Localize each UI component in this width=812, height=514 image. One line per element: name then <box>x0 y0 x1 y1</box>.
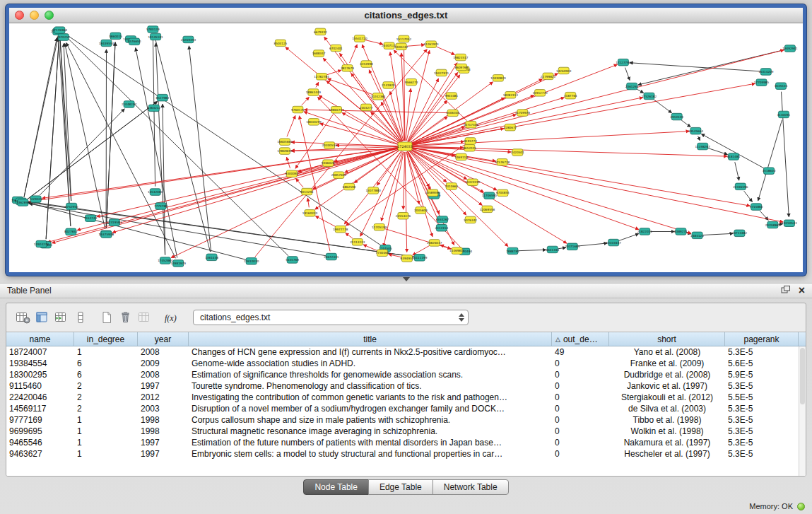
table-row[interactable]: 911546021997Tourette syndrome. Phenomeno… <box>6 380 806 392</box>
scrollbar-thumb[interactable] <box>800 348 805 404</box>
svg-text:8389271: 8389271 <box>674 230 688 233</box>
svg-text:15375908: 15375908 <box>99 233 114 236</box>
cell-year: 2003 <box>138 403 189 414</box>
svg-text:9652035: 9652035 <box>463 146 476 150</box>
svg-text:5780129: 5780129 <box>146 28 160 31</box>
svg-text:2045609: 2045609 <box>414 209 428 212</box>
svg-text:1553267: 1553267 <box>436 218 449 221</box>
svg-text:15912770: 15912770 <box>532 91 548 95</box>
collapse-arrow-icon <box>403 277 410 281</box>
column-header-title[interactable]: title <box>189 332 552 346</box>
cell-pagerank: 5.6E-5 <box>725 358 799 369</box>
cell-short: Yano et al. (2008) <box>609 346 725 358</box>
import-table-icon[interactable] <box>52 309 71 327</box>
cell-name: 9777169 <box>6 414 74 426</box>
cell-out_degree: 0 <box>552 392 609 403</box>
float-panel-icon[interactable] <box>781 286 790 296</box>
svg-text:22799821: 22799821 <box>541 75 556 78</box>
function-builder-icon[interactable]: f(x) <box>161 309 180 327</box>
column-header-out_degree[interactable]: △out_de… <box>552 332 609 346</box>
svg-text:3140091: 3140091 <box>777 113 791 117</box>
panel-title: Table Panel <box>7 286 781 296</box>
svg-text:11705199: 11705199 <box>372 226 387 229</box>
cell-in_degree: 2 <box>74 392 138 403</box>
svg-text:5455769: 5455769 <box>286 258 299 262</box>
svg-text:1361438: 1361438 <box>205 256 218 259</box>
node-table: namein_degreeyeartitle△out_de…shortpager… <box>6 332 806 476</box>
cell-pagerank: 5.3E-5 <box>725 346 799 358</box>
cell-name: 9115460 <box>6 380 74 392</box>
table-row[interactable]: 1938455462009Genome-wide association stu… <box>6 358 806 369</box>
table-toolbar: f(x)citations_edges.txt <box>6 303 806 332</box>
column-header-year[interactable]: year <box>138 332 189 346</box>
citation-network-graph[interactable]: 2045132710145101140561195576650586001523… <box>9 23 803 272</box>
svg-text:9300092: 9300092 <box>285 172 298 175</box>
column-header-name[interactable]: name <box>6 332 74 346</box>
table-row[interactable]: 1456911722003Disruption of a novel membe… <box>6 403 806 414</box>
cell-title: Genome-wide association studies in ADHD. <box>189 358 552 369</box>
tab-network-table[interactable]: Network Table <box>433 479 509 495</box>
svg-text:6679332: 6679332 <box>314 30 327 34</box>
table-panel-header: Table Panel × <box>0 283 812 298</box>
tab-edge-table[interactable]: Edge Table <box>368 479 433 495</box>
cell-in_degree: 6 <box>74 358 138 369</box>
svg-text:14260903: 14260903 <box>556 69 572 73</box>
svg-text:7229325: 7229325 <box>29 197 42 201</box>
minimize-window-button[interactable] <box>30 11 39 20</box>
cell-in_degree: 6 <box>74 369 138 380</box>
columns-icon[interactable] <box>33 309 52 327</box>
cell-short: Hescheler et al. (1997) <box>609 448 725 460</box>
table-options-icon[interactable] <box>13 309 33 327</box>
table-row[interactable]: 946362711997Embryonic stem cells: a mode… <box>6 448 806 460</box>
cell-title: Corpus callosum shape and size in male p… <box>189 414 552 426</box>
svg-text:12319583: 12319583 <box>107 221 122 224</box>
column-header-short[interactable]: short <box>609 332 725 346</box>
column-header-pagerank[interactable]: pagerank <box>725 332 799 346</box>
svg-text:9566273: 9566273 <box>405 81 418 84</box>
panel-splitter[interactable] <box>0 276 812 283</box>
cell-out_degree: 0 <box>552 380 609 392</box>
svg-text:18863449: 18863449 <box>306 90 322 94</box>
memory-indicator[interactable] <box>797 503 805 510</box>
svg-text:7362898: 7362898 <box>16 201 30 204</box>
svg-text:18040299: 18040299 <box>306 120 322 124</box>
svg-text:6641344: 6641344 <box>546 248 559 252</box>
window-title: citations_edges.txt <box>9 10 803 21</box>
table-row[interactable]: 1830029562008Estimation of significance … <box>6 369 806 380</box>
svg-text:6862590: 6862590 <box>343 185 356 189</box>
network-table-selector[interactable]: citations_edges.txt <box>193 310 469 325</box>
svg-text:22610030: 22610030 <box>244 259 259 263</box>
svg-text:11320190: 11320190 <box>465 180 481 184</box>
table-row[interactable]: 946554611997Estimation of the future num… <box>6 437 806 448</box>
network-window: citations_edges.txt 20451327101451011405… <box>6 4 806 276</box>
cell-name: 9463627 <box>6 448 74 460</box>
svg-text:11261974: 11261974 <box>423 42 439 46</box>
delete-columns-icon[interactable] <box>116 309 135 327</box>
zoom-window-button[interactable] <box>45 11 54 20</box>
column-header-in_degree[interactable]: in_degree <box>74 332 138 346</box>
tab-node-table[interactable]: Node Table <box>303 479 369 495</box>
network-canvas[interactable]: 2045132710145101140561195576650586001523… <box>9 23 803 272</box>
svg-text:6181481: 6181481 <box>727 155 741 158</box>
svg-text:19160320: 19160320 <box>302 211 318 215</box>
svg-text:2420501: 2420501 <box>511 151 524 154</box>
table-row[interactable]: 977716911998Corpus callosum shape and si… <box>6 414 806 426</box>
svg-text:10717446: 10717446 <box>464 123 479 127</box>
window-titlebar[interactable]: citations_edges.txt <box>9 8 803 23</box>
svg-text:17576728: 17576728 <box>495 160 510 164</box>
close-window-button[interactable] <box>15 11 24 20</box>
svg-text:20300554: 20300554 <box>322 144 337 147</box>
table-row[interactable]: 1872400712008Changes of HCN gene express… <box>6 346 806 358</box>
table-row[interactable]: 969969511998Structural magnetic resonanc… <box>6 426 806 437</box>
vertical-scrollbar[interactable] <box>799 346 806 476</box>
close-panel-icon[interactable]: × <box>799 285 805 296</box>
rows-icon[interactable] <box>71 309 90 327</box>
svg-text:14111199: 14111199 <box>412 256 428 259</box>
table-disabled-icon[interactable] <box>135 309 154 327</box>
cell-title: Embryonic stem cells: a model to study s… <box>189 448 552 460</box>
svg-text:9933481: 9933481 <box>445 94 458 98</box>
table-row[interactable]: 2242004622012Investigating the contribut… <box>6 392 806 403</box>
new-column-icon[interactable] <box>97 309 116 327</box>
cell-name: 14569117 <box>6 403 74 414</box>
cell-year: 1998 <box>138 426 189 437</box>
